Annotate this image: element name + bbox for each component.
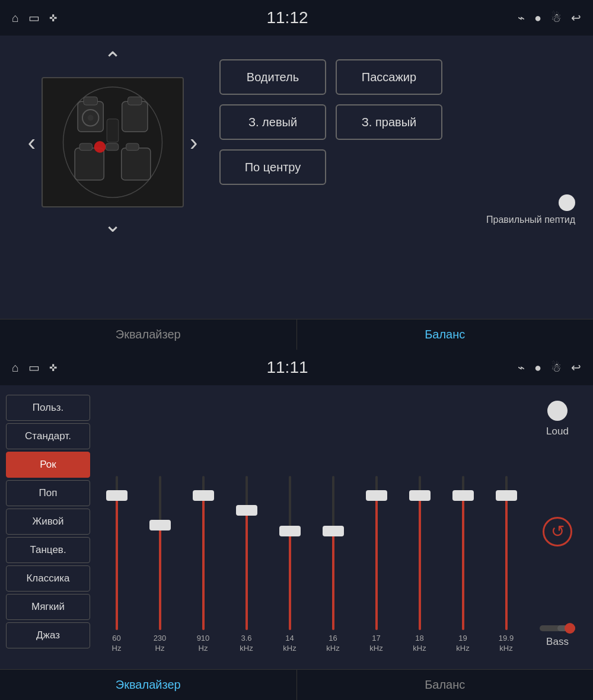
balance-content: ⌃ ‹ [0,36,593,319]
bluetooth-icon: ☃ [551,11,562,25]
seat-image [42,77,184,207]
loud-toggle[interactable] [547,401,568,421]
eq-sliders-area: 60Hz 230Hz 910Hz 3.6kHz [95,395,528,660]
slider-track-4[interactable] [284,464,296,630]
slider-track-9[interactable] [500,464,512,630]
seat-down-button[interactable]: ⌄ [104,212,122,237]
location-icon-2: ● [534,361,541,375]
slider-col-3: 3.6kHz [229,464,264,654]
cast-icon-2[interactable]: ⌁ [518,360,525,375]
balance-position-dot [559,194,575,211]
screen-icon[interactable]: ▭ [28,11,40,25]
slider-label-9: 19.9kHz [499,634,514,654]
slider-col-1: 230Hz [143,464,177,654]
seat-left-button[interactable]: ‹ [28,129,36,156]
slider-track-6[interactable] [371,464,382,630]
tab-balance-top[interactable]: Баланс [297,319,594,350]
slider-label-1: 230Hz [154,634,167,654]
slider-label-4: 14kHz [283,634,296,654]
screen-icon-2[interactable]: ▭ [28,360,40,375]
seat-visual-area: ⌃ ‹ [18,47,208,307]
slider-label-5: 16kHz [326,634,339,654]
preset-list: Польз.Стандарт.РокПопЖивойТанцев.Классик… [6,395,95,660]
equalizer-panel: ⌂ ▭ ✜ 11:11 ⌁ ● ☃ ↩ Польз.Стандарт.РокПо… [0,350,593,700]
seat-buttons-area: Водитель Пассажир З. левый З. правый По … [219,47,575,307]
home-icon-2[interactable]: ⌂ [12,361,19,375]
sliders-row: 60Hz 230Hz 910Hz 3.6kHz [95,395,528,660]
rear-right-button[interactable]: З. правый [336,104,442,140]
svg-rect-10 [106,143,119,151]
eq-content: Польз.Стандарт.РокПопЖивойТанцев.Классик… [0,385,593,669]
slider-track-8[interactable] [457,464,469,630]
home-icon[interactable]: ⌂ [12,11,19,25]
balance-panel: ⌂ ▭ ✜ 11:12 ⌁ ● ☃ ↩ ⌃ ‹ [0,0,593,350]
balance-indicator-area: Правильный пептид [219,194,575,231]
seat-nav: ‹ [28,77,198,207]
slider-track-1[interactable] [154,464,166,630]
slider-label-3: 3.6kHz [240,634,253,654]
seat-up-button[interactable]: ⌃ [104,47,122,72]
preset-item-1[interactable]: Стандарт. [6,423,90,449]
cast-icon[interactable]: ⌁ [518,11,525,25]
slider-track-5[interactable] [327,464,339,630]
top-status-right: ⌁ ● ☃ ↩ [518,11,581,25]
preset-item-8[interactable]: Джаз [6,622,90,648]
slider-col-2: 910Hz [186,464,221,654]
slider-col-4: 14kHz [273,464,307,654]
back-icon[interactable]: ↩ [571,11,581,25]
svg-rect-11 [107,119,119,142]
center-button[interactable]: По центру [219,149,326,185]
location-icon: ● [534,11,541,25]
top-tab-bar: Эквалайзер Баланс [0,319,593,350]
bottom-status-left: ⌂ ▭ ✜ [12,360,57,375]
svg-rect-8 [79,143,93,151]
svg-point-14 [94,141,106,153]
seat-buttons-row-1: Водитель Пассажир [219,59,575,95]
svg-rect-5 [128,97,142,105]
slider-col-9: 19.9kHz [489,464,524,654]
preset-item-2[interactable]: Рок [6,452,90,478]
slider-track-2[interactable] [197,464,209,630]
loud-control: Loud [546,401,569,437]
slider-col-0: 60Hz [100,464,134,654]
slider-col-5: 16kHz [316,464,350,654]
passenger-button[interactable]: Пассажир [336,59,442,95]
bottom-time: 11:11 [266,358,308,377]
seat-right-button[interactable]: › [190,129,197,156]
reset-icon: ↺ [551,522,565,541]
top-status-bar: ⌂ ▭ ✜ 11:12 ⌁ ● ☃ ↩ [0,0,593,36]
svg-rect-6 [75,148,104,180]
preset-item-5[interactable]: Танцев. [6,537,90,563]
bottom-status-bar: ⌂ ▭ ✜ 11:11 ⌁ ● ☃ ↩ [0,350,593,385]
bass-slider[interactable] [540,625,575,631]
bass-control: Bass [540,625,575,648]
tab-equalizer-bottom[interactable]: Эквалайзер [0,670,297,700]
reset-button[interactable]: ↺ [543,517,572,546]
rear-left-button[interactable]: З. левый [219,104,326,140]
preset-item-3[interactable]: Поп [6,480,90,506]
tab-equalizer-top[interactable]: Эквалайзер [0,319,297,350]
eq-right-controls: Loud ↺ Bass [528,395,587,660]
seat-buttons-row-2: З. левый З. правый [219,104,575,140]
svg-rect-3 [122,101,148,132]
seat-buttons-row-3: По центру [219,149,575,185]
back-icon-2[interactable]: ↩ [571,360,581,375]
loud-label: Loud [546,426,569,437]
car-seats-illustration [43,78,183,206]
slider-label-8: 19kHz [456,634,469,654]
slider-track-0[interactable] [111,464,123,630]
slider-col-6: 17kHz [359,464,394,654]
preset-item-7[interactable]: Мягкий [6,594,90,620]
preset-item-6[interactable]: Классика [6,565,90,592]
driver-button[interactable]: Водитель [219,59,326,95]
balance-text: Правильный пептид [486,215,575,225]
slider-col-8: 19kHz [446,464,480,654]
preset-item-4[interactable]: Живой [6,509,90,535]
preset-item-0[interactable]: Польз. [6,395,90,421]
slider-track-7[interactable] [414,464,426,630]
usb-icon: ✜ [49,12,57,24]
bass-label: Bass [546,636,569,648]
slider-track-3[interactable] [241,464,253,630]
bottom-tab-bar: Эквалайзер Баланс [0,669,593,700]
tab-balance-bottom[interactable]: Баланс [297,670,594,700]
